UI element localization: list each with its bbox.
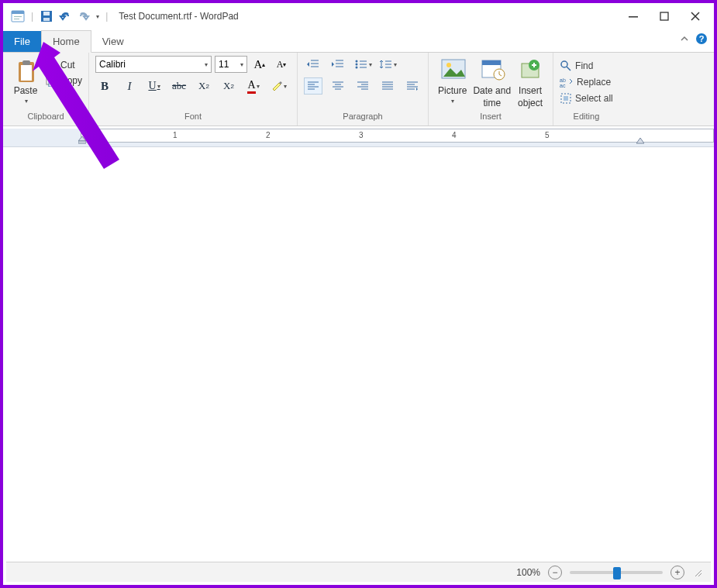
datetime-label-1: Date and	[473, 85, 511, 96]
ruler-mark: 3	[359, 131, 364, 139]
first-line-indent-marker[interactable]	[78, 127, 86, 133]
subscript-icon[interactable]: X2	[195, 77, 213, 95]
replace-button[interactable]: abac Replace	[560, 76, 611, 88]
group-label-paragraph: Paragraph	[343, 110, 382, 124]
undo-icon[interactable]	[58, 9, 72, 23]
select-all-button[interactable]: Select all	[560, 91, 613, 105]
svg-point-28	[561, 61, 567, 67]
underline-icon[interactable]: U▾	[145, 77, 164, 95]
tab-home[interactable]: Home	[41, 30, 91, 53]
svg-rect-32	[564, 96, 568, 101]
svg-rect-12	[21, 65, 32, 81]
redo-icon[interactable]	[77, 9, 91, 23]
bold-icon[interactable]: B	[95, 77, 114, 95]
strikethrough-icon[interactable]: abc	[170, 77, 188, 95]
save-icon[interactable]	[40, 9, 53, 23]
svg-rect-24	[482, 60, 501, 65]
left-indent-marker[interactable]	[78, 136, 86, 144]
document-canvas[interactable]	[3, 147, 714, 538]
datetime-button[interactable]: Date and time	[470, 56, 514, 110]
zoom-thumb[interactable]	[613, 567, 621, 579]
copy-label: Copy	[60, 75, 82, 86]
svg-point-22	[446, 63, 451, 67]
ruler-mark: 5	[545, 131, 550, 139]
ruler[interactable]: 1 2 3 4 5	[81, 129, 714, 143]
datetime-label-2: time	[483, 98, 501, 108]
title-bar: | ▾ | Test Document.rtf - WordPad	[3, 3, 714, 29]
copy-button[interactable]: Copy	[45, 74, 82, 87]
svg-rect-3	[14, 19, 19, 19]
bullets-icon[interactable]: ▾	[353, 56, 372, 73]
maximize-button[interactable]	[649, 5, 680, 28]
tab-file[interactable]: File	[3, 31, 41, 52]
insert-object-button[interactable]: Insert object	[514, 56, 546, 110]
object-label-2: object	[518, 98, 543, 108]
find-label: Find	[575, 60, 593, 71]
group-label-editing: Editing	[574, 110, 600, 124]
group-label-insert: Insert	[480, 110, 502, 124]
svg-rect-17	[49, 78, 56, 87]
svg-point-20	[355, 67, 357, 69]
align-center-icon[interactable]	[329, 77, 347, 95]
svg-point-19	[355, 64, 357, 66]
font-family-value: Calibri	[99, 59, 126, 70]
paragraph-dialog-icon[interactable]	[403, 77, 422, 95]
tab-row: File Home View ?	[3, 29, 714, 53]
help-icon[interactable]: ?	[695, 33, 708, 45]
group-label-font: Font	[184, 110, 202, 124]
quick-access-toolbar: | ▾ |	[6, 9, 114, 23]
collapse-ribbon-icon[interactable]	[680, 34, 689, 43]
svg-rect-5	[43, 12, 50, 15]
justify-icon[interactable]	[378, 77, 397, 95]
qat-customize-icon[interactable]: ▾	[96, 13, 99, 20]
svg-text:ac: ac	[560, 83, 566, 88]
svg-rect-7	[629, 16, 638, 18]
zoom-label: 100%	[516, 567, 540, 578]
superscript-icon[interactable]: X2	[219, 77, 238, 95]
replace-label: Replace	[577, 77, 611, 88]
tab-view[interactable]: View	[91, 31, 135, 52]
font-size-select[interactable]: 11▾	[215, 56, 247, 73]
increase-indent-icon[interactable]	[329, 56, 347, 73]
select-all-label: Select all	[575, 93, 613, 104]
picture-label: Picture	[438, 85, 467, 96]
resize-grip-icon[interactable]	[692, 567, 703, 578]
decrease-indent-icon[interactable]	[304, 56, 322, 73]
ruler-area: 1 2 3 4 5	[3, 129, 714, 147]
paste-button[interactable]: Paste ▾	[9, 56, 42, 106]
app-icon	[11, 9, 25, 23]
group-clipboard: Paste ▾ Cut Copy Clipboard	[3, 53, 89, 126]
zoom-in-button[interactable]: +	[670, 566, 684, 579]
grow-font-icon[interactable]: A▴	[250, 56, 269, 73]
close-button[interactable]	[680, 5, 711, 28]
font-family-select[interactable]: Calibri▾	[95, 56, 212, 73]
highlight-icon[interactable]: ▾	[269, 77, 288, 95]
right-indent-marker[interactable]	[636, 138, 644, 144]
align-left-icon[interactable]	[304, 77, 322, 95]
picture-button[interactable]: Picture▾	[435, 56, 470, 106]
svg-rect-2	[14, 16, 22, 17]
svg-rect-13	[22, 60, 30, 65]
find-button[interactable]: Find	[560, 59, 593, 73]
align-right-icon[interactable]	[353, 77, 372, 95]
svg-rect-6	[43, 18, 50, 21]
shrink-font-icon[interactable]: A▾	[272, 56, 291, 73]
svg-text:ab: ab	[560, 77, 566, 83]
font-color-icon[interactable]: A▾	[244, 77, 263, 95]
status-bar: 100% − +	[6, 562, 711, 582]
svg-point-18	[355, 60, 357, 63]
line-spacing-icon[interactable]: ▾	[378, 56, 397, 73]
cut-button[interactable]: Cut	[45, 59, 82, 71]
group-paragraph: ▾ ▾ Paragraph	[298, 53, 429, 126]
ruler-mark: 1	[173, 131, 178, 139]
ruler-mark: 2	[266, 131, 271, 139]
zoom-slider[interactable]	[570, 571, 663, 574]
group-label-clipboard: Clipboard	[27, 110, 64, 124]
zoom-out-button[interactable]: −	[548, 566, 562, 579]
minimize-button[interactable]	[618, 5, 649, 28]
svg-text:?: ?	[699, 34, 705, 43]
svg-rect-33	[78, 141, 86, 143]
group-editing: Find abac Replace Select all Editing	[553, 53, 619, 126]
separator: |	[105, 11, 108, 22]
italic-icon[interactable]: I	[120, 77, 139, 95]
